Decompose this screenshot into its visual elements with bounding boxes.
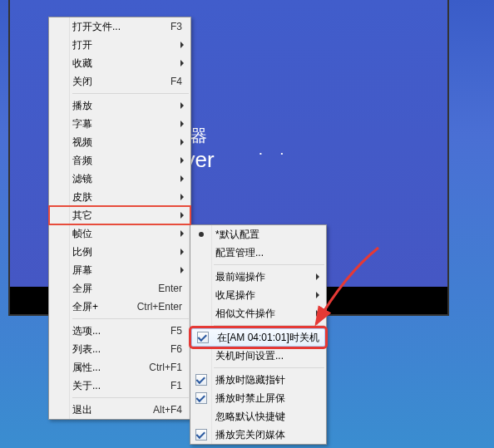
menu-separator xyxy=(72,318,189,319)
menu-label: 属性... xyxy=(72,361,149,375)
menu-separator xyxy=(72,397,189,398)
menu-shortcut: F4 xyxy=(170,76,182,87)
submenu-arrow-icon xyxy=(316,273,319,280)
menu-screen[interactable]: 屏幕 xyxy=(49,261,190,279)
menu-label: 播放 xyxy=(72,99,180,113)
menu-shortcut: Ctrl+Enter xyxy=(137,301,182,313)
menu-fullscreen-plus[interactable]: 全屏+ Ctrl+Enter xyxy=(49,298,190,316)
menu-open-file[interactable]: 打开文件... F3 xyxy=(49,17,190,36)
menu-shortcut: F1 xyxy=(170,380,182,391)
menu-label: 关于... xyxy=(72,379,170,393)
menu-label: 在[AM 04:01:01]时关机 xyxy=(217,331,321,345)
menu-shortcut: Alt+F4 xyxy=(153,404,182,416)
menu-label: 视频 xyxy=(72,135,180,150)
menu-skin[interactable]: 皮肤 xyxy=(49,188,190,206)
submenu-arrow-icon xyxy=(180,60,184,66)
context-menu: 打开文件... F3 打开 收藏 关闭 F4 播放 字幕 视频 音频 滤镜 皮肤… xyxy=(48,17,191,420)
menu-label: 播放完关闭媒体 xyxy=(215,428,323,442)
submenu-close-media-on-end[interactable]: 播放完关闭媒体 xyxy=(190,426,326,444)
submenu-shutdown-at[interactable]: 在[AM 04:01:01]时关机 xyxy=(191,328,325,347)
menu-play[interactable]: 播放 xyxy=(49,96,190,115)
menu-label: 音频 xyxy=(72,154,180,168)
player-dots: • • xyxy=(259,150,286,157)
checkbox-icon xyxy=(195,392,207,404)
submenu-arrow-icon xyxy=(180,267,184,273)
menu-label: 选项... xyxy=(72,324,170,338)
menu-label: 配置管理... xyxy=(215,246,323,260)
menu-label: 收尾操作 xyxy=(215,288,316,303)
submenu-arrow-icon xyxy=(180,102,184,109)
menu-separator xyxy=(72,93,189,94)
menu-open[interactable]: 打开 xyxy=(49,36,190,54)
menu-fullscreen[interactable]: 全屏 Enter xyxy=(49,279,190,298)
menu-label: 滤镜 xyxy=(72,172,180,186)
menu-label: 全屏+ xyxy=(72,300,137,314)
menu-label: 全屏 xyxy=(72,282,158,296)
menu-shortcut: Ctrl+F1 xyxy=(149,362,182,373)
menu-separator xyxy=(214,325,324,326)
submenu-arrow-icon xyxy=(180,194,184,200)
submenu-arrow-icon xyxy=(180,230,184,237)
other-submenu: *默认配置 配置管理... 最前端操作 收尾操作 相似文件操作 在[AM 04:… xyxy=(190,224,327,445)
submenu-arrow-icon xyxy=(180,42,184,48)
submenu-arrow-icon xyxy=(316,310,319,317)
bullet-icon xyxy=(199,232,204,237)
menu-label: 其它 xyxy=(72,209,180,223)
submenu-hide-pointer[interactable]: 播放时隐藏指针 xyxy=(190,371,326,389)
menu-label: 播放时隐藏指针 xyxy=(215,373,323,387)
submenu-similar-files[interactable]: 相似文件操作 xyxy=(190,304,326,322)
menu-exit[interactable]: 退出 Alt+F4 xyxy=(49,401,190,419)
menu-label: 播放时禁止屏保 xyxy=(215,391,323,406)
menu-frame-pos[interactable]: 帧位 xyxy=(49,224,190,243)
submenu-config-manage[interactable]: 配置管理... xyxy=(190,244,326,262)
menu-separator xyxy=(214,367,324,368)
menu-separator xyxy=(214,264,324,265)
submenu-arrow-icon xyxy=(180,212,184,219)
menu-label: 相似文件操作 xyxy=(215,307,316,321)
menu-filter[interactable]: 滤镜 xyxy=(49,170,190,188)
menu-label: 字幕 xyxy=(72,117,180,131)
menu-label: 收藏 xyxy=(72,57,180,71)
menu-ratio[interactable]: 比例 xyxy=(49,243,190,261)
submenu-arrow-icon xyxy=(316,292,319,298)
menu-options[interactable]: 选项... F5 xyxy=(49,322,190,340)
submenu-default-config[interactable]: *默认配置 xyxy=(190,225,326,244)
menu-other[interactable]: 其它 xyxy=(49,206,190,224)
menu-shortcut: F6 xyxy=(170,343,182,355)
submenu-ignore-default-shortcut[interactable]: 忽略默认快捷键 xyxy=(190,407,326,426)
submenu-shutdown-time-settings[interactable]: 关机时间设置... xyxy=(190,347,326,365)
menu-label: 皮肤 xyxy=(72,190,180,204)
menu-favorites[interactable]: 收藏 xyxy=(49,54,190,72)
menu-label: 比例 xyxy=(72,245,180,259)
menu-label: 打开文件... xyxy=(72,20,170,34)
menu-label: 列表... xyxy=(72,342,170,357)
menu-label: 最前端操作 xyxy=(215,270,316,284)
checkbox-icon xyxy=(197,332,209,343)
submenu-disable-screensaver[interactable]: 播放时禁止屏保 xyxy=(190,389,326,407)
menu-label: 关机时间设置... xyxy=(215,349,323,363)
submenu-arrow-icon xyxy=(180,139,184,145)
submenu-arrow-icon xyxy=(180,121,184,127)
menu-label: 关闭 xyxy=(72,75,170,89)
submenu-ending[interactable]: 收尾操作 xyxy=(190,286,326,304)
menu-label: 屏幕 xyxy=(72,263,180,278)
menu-video[interactable]: 视频 xyxy=(49,133,190,151)
menu-label: 忽略默认快捷键 xyxy=(215,410,323,424)
menu-close[interactable]: 关闭 F4 xyxy=(49,72,190,91)
menu-label: 打开 xyxy=(72,38,180,52)
menu-label: 帧位 xyxy=(72,227,180,241)
menu-shortcut: Enter xyxy=(158,283,182,294)
menu-subtitle[interactable]: 字幕 xyxy=(49,115,190,133)
menu-about[interactable]: 关于... F1 xyxy=(49,377,190,395)
menu-label: *默认配置 xyxy=(215,228,323,242)
menu-properties[interactable]: 属性... Ctrl+F1 xyxy=(49,358,190,377)
submenu-arrow-icon xyxy=(180,175,184,182)
checkbox-icon xyxy=(195,429,207,441)
submenu-topmost[interactable]: 最前端操作 xyxy=(190,268,326,286)
checkbox-icon xyxy=(195,374,207,386)
menu-shortcut: F3 xyxy=(170,21,182,32)
menu-playlist[interactable]: 列表... F6 xyxy=(49,340,190,358)
menu-audio[interactable]: 音频 xyxy=(49,151,190,170)
menu-shortcut: F5 xyxy=(170,325,182,337)
menu-label: 退出 xyxy=(72,403,153,417)
